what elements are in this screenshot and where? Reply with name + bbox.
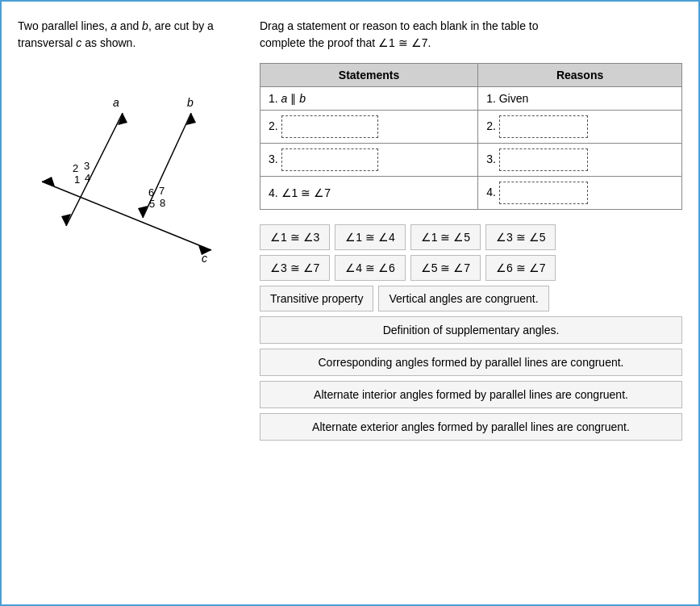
reason-3-blank[interactable] [499, 148, 588, 171]
tiles-row-5: Corresponding angles formed by parallel … [260, 349, 682, 376]
stmt-3: 3. [260, 144, 478, 177]
angle-2: 2 [73, 162, 78, 174]
reason-3: 3. [478, 144, 682, 177]
right-panel: Drag a statement or reason to each blank… [260, 18, 682, 445]
tiles-row-2: ∠3 ≅ ∠7 ∠4 ≅ ∠6 ∠5 ≅ ∠7 ∠6 ≅ ∠7 [260, 255, 682, 281]
problem-text: Two parallel lines, a and b, are cut by … [18, 18, 244, 52]
tile-angle-5-7[interactable]: ∠5 ≅ ∠7 [410, 255, 481, 281]
tiles-row-6: Alternate interior angles formed by para… [260, 381, 682, 408]
tile-angle-3-5[interactable]: ∠3 ≅ ∠5 [485, 224, 556, 250]
angle-1: 1 [74, 173, 80, 186]
angle-4: 4 [85, 172, 90, 184]
tile-alternate-exterior[interactable]: Alternate exterior angles formed by para… [260, 413, 682, 441]
angle-7: 7 [159, 185, 165, 197]
tile-supplementary[interactable]: Definition of supplementary angles. [260, 316, 682, 344]
table-row: 1. a ∥ b 1. Given [260, 87, 682, 111]
geometry-diagram: a b c 2 3 1 4 6 7 5 8 [18, 65, 227, 274]
table-row: 3. 3. [260, 144, 682, 177]
angle-6: 6 [148, 186, 154, 199]
tiles-section: ∠1 ≅ ∠3 ∠1 ≅ ∠4 ∠1 ≅ ∠5 ∠3 ≅ ∠5 ∠3 ≅ ∠7 … [260, 224, 682, 441]
tile-angle-1-3[interactable]: ∠1 ≅ ∠3 [260, 224, 330, 250]
main-layout: Two parallel lines, a and b, are cut by … [18, 18, 682, 445]
col-statements: Statements [260, 64, 478, 87]
tile-angle-1-4[interactable]: ∠1 ≅ ∠4 [335, 224, 405, 250]
stmt-1: 1. a ∥ b [260, 87, 478, 111]
label-b: b [187, 96, 194, 109]
proof-table: Statements Reasons 1. a ∥ b 1. Given 2. … [260, 63, 682, 210]
svg-marker-8 [42, 177, 55, 186]
angle-3: 3 [84, 160, 90, 172]
tile-alternate-interior[interactable]: Alternate interior angles formed by para… [260, 381, 682, 408]
reason-2: 2. [478, 111, 682, 144]
tile-corresponding[interactable]: Corresponding angles formed by parallel … [260, 349, 682, 376]
tile-angle-6-7[interactable]: ∠6 ≅ ∠7 [485, 255, 556, 281]
angle-5: 5 [149, 198, 155, 210]
diagram-container: a b c 2 3 1 4 6 7 5 8 [18, 65, 227, 274]
tiles-row-7: Alternate exterior angles formed by para… [260, 413, 682, 441]
tile-angle-1-5[interactable]: ∠1 ≅ ∠5 [410, 224, 481, 250]
stmt-2-blank[interactable] [281, 115, 378, 138]
label-c: c [202, 252, 207, 265]
stmt-2: 2. [260, 111, 478, 144]
tile-vertical-angles[interactable]: Vertical angles are congruent. [378, 286, 548, 311]
tile-angle-3-7[interactable]: ∠3 ≅ ∠7 [260, 255, 330, 281]
tiles-row-1: ∠1 ≅ ∠3 ∠1 ≅ ∠4 ∠1 ≅ ∠5 ∠3 ≅ ∠5 [260, 224, 682, 250]
table-row: 2. 2. [260, 111, 682, 144]
right-intro: Drag a statement or reason to each blank… [260, 18, 682, 52]
table-row: 4. ∠1 ≅ ∠7 4. [260, 177, 682, 210]
angle-8: 8 [160, 197, 165, 209]
tile-transitive[interactable]: Transitive property [260, 286, 373, 311]
stmt-3-blank[interactable] [281, 148, 378, 171]
tiles-row-4: Definition of supplementary angles. [260, 316, 682, 344]
stmt-4: 4. ∠1 ≅ ∠7 [260, 177, 478, 210]
reason-4: 4. [478, 177, 682, 210]
tiles-row-3: Transitive property Vertical angles are … [260, 286, 682, 311]
label-a: a [113, 96, 119, 109]
reason-1: 1. Given [478, 87, 682, 111]
col-reasons: Reasons [478, 64, 682, 87]
left-panel: Two parallel lines, a and b, are cut by … [18, 18, 244, 445]
reason-2-blank[interactable] [499, 115, 588, 138]
tile-angle-4-6[interactable]: ∠4 ≅ ∠6 [335, 255, 405, 281]
reason-4-blank[interactable] [499, 182, 588, 204]
